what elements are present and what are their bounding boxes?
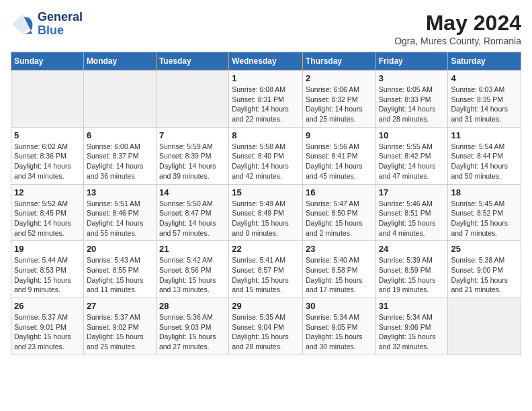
calendar-cell: 16Sunrise: 5:47 AMSunset: 8:50 PMDayligh…: [302, 184, 375, 241]
day-number: 28: [159, 301, 226, 311]
calendar-cell: 1Sunrise: 6:08 AMSunset: 8:31 PMDaylight…: [229, 71, 303, 128]
day-number: 31: [379, 301, 445, 311]
logo: General Blue: [11, 11, 83, 38]
calendar-cell: 19Sunrise: 5:44 AMSunset: 8:53 PMDayligh…: [11, 241, 84, 298]
day-info: Sunrise: 5:42 AMSunset: 8:56 PMDaylight:…: [159, 255, 226, 295]
weekday-header-monday: Monday: [83, 52, 156, 71]
day-number: 11: [451, 130, 518, 140]
day-info: Sunrise: 6:05 AMSunset: 8:33 PMDaylight:…: [379, 85, 445, 124]
day-number: 15: [232, 187, 300, 197]
calendar-cell: 14Sunrise: 5:50 AMSunset: 8:47 PMDayligh…: [156, 184, 228, 241]
calendar-cell: 24Sunrise: 5:39 AMSunset: 8:59 PMDayligh…: [375, 241, 448, 298]
day-info: Sunrise: 5:41 AMSunset: 8:57 PMDaylight:…: [232, 255, 300, 295]
day-number: 18: [451, 187, 518, 197]
weekday-header-wednesday: Wednesday: [229, 52, 303, 71]
general-blue-logo-icon: [11, 12, 35, 36]
weekday-header-tuesday: Tuesday: [156, 52, 228, 71]
calendar-cell: 26Sunrise: 5:37 AMSunset: 9:01 PMDayligh…: [11, 298, 84, 355]
day-number: 5: [14, 130, 81, 140]
calendar-cell: 4Sunrise: 6:03 AMSunset: 8:35 PMDaylight…: [448, 71, 521, 128]
day-number: 16: [306, 187, 373, 197]
calendar-cell: 23Sunrise: 5:40 AMSunset: 8:58 PMDayligh…: [302, 241, 375, 298]
calendar-cell: 11Sunrise: 5:54 AMSunset: 8:44 PMDayligh…: [448, 127, 521, 184]
calendar-cell: 31Sunrise: 5:34 AMSunset: 9:06 PMDayligh…: [375, 298, 448, 355]
weekday-header-row: SundayMondayTuesdayWednesdayThursdayFrid…: [11, 52, 521, 71]
calendar-cell: 18Sunrise: 5:45 AMSunset: 8:52 PMDayligh…: [448, 184, 521, 241]
day-info: Sunrise: 5:34 AMSunset: 9:05 PMDaylight:…: [306, 312, 373, 352]
day-number: 6: [87, 130, 153, 140]
day-info: Sunrise: 5:36 AMSunset: 9:03 PMDaylight:…: [159, 312, 226, 352]
day-number: 9: [306, 130, 373, 140]
day-number: 21: [159, 244, 226, 254]
calendar-body: 1Sunrise: 6:08 AMSunset: 8:31 PMDaylight…: [11, 71, 521, 355]
calendar-cell: 21Sunrise: 5:42 AMSunset: 8:56 PMDayligh…: [156, 241, 228, 298]
calendar-cell: 5Sunrise: 6:02 AMSunset: 8:36 PMDaylight…: [11, 127, 84, 184]
day-number: 27: [87, 301, 153, 311]
logo-text: General Blue: [38, 11, 83, 38]
day-info: Sunrise: 6:06 AMSunset: 8:32 PMDaylight:…: [306, 85, 373, 124]
calendar-cell: 3Sunrise: 6:05 AMSunset: 8:33 PMDaylight…: [375, 71, 448, 128]
day-number: 22: [232, 244, 300, 254]
calendar-cell: [448, 298, 521, 355]
day-info: Sunrise: 5:54 AMSunset: 8:44 PMDaylight:…: [451, 142, 518, 181]
day-info: Sunrise: 5:44 AMSunset: 8:53 PMDaylight:…: [14, 255, 81, 295]
day-info: Sunrise: 5:39 AMSunset: 8:59 PMDaylight:…: [379, 255, 445, 295]
day-number: 24: [379, 244, 445, 254]
day-info: Sunrise: 5:34 AMSunset: 9:06 PMDaylight:…: [379, 312, 445, 352]
day-info: Sunrise: 5:56 AMSunset: 8:41 PMDaylight:…: [306, 142, 373, 181]
calendar-cell: 17Sunrise: 5:46 AMSunset: 8:51 PMDayligh…: [375, 184, 448, 241]
day-number: 14: [159, 187, 226, 197]
day-info: Sunrise: 5:50 AMSunset: 8:47 PMDaylight:…: [159, 199, 226, 238]
calendar-cell: 6Sunrise: 6:00 AMSunset: 8:37 PMDaylight…: [83, 127, 156, 184]
day-number: 4: [451, 73, 518, 83]
day-number: 10: [379, 130, 445, 140]
day-info: Sunrise: 5:52 AMSunset: 8:45 PMDaylight:…: [14, 199, 81, 238]
day-info: Sunrise: 5:37 AMSunset: 9:02 PMDaylight:…: [87, 312, 153, 352]
day-info: Sunrise: 5:38 AMSunset: 9:00 PMDaylight:…: [451, 255, 518, 295]
calendar-cell: 22Sunrise: 5:41 AMSunset: 8:57 PMDayligh…: [229, 241, 303, 298]
day-info: Sunrise: 5:46 AMSunset: 8:51 PMDaylight:…: [379, 199, 445, 238]
day-number: 1: [232, 73, 300, 83]
calendar-cell: [83, 71, 156, 128]
calendar-week-row: 12Sunrise: 5:52 AMSunset: 8:45 PMDayligh…: [11, 184, 521, 241]
calendar-week-row: 5Sunrise: 6:02 AMSunset: 8:36 PMDaylight…: [11, 127, 521, 184]
day-number: 2: [306, 73, 373, 83]
page-header: General Blue May 2024 Ogra, Mures County…: [11, 11, 521, 46]
day-number: 12: [14, 187, 81, 197]
weekday-header-saturday: Saturday: [448, 52, 521, 71]
calendar-cell: 10Sunrise: 5:55 AMSunset: 8:42 PMDayligh…: [375, 127, 448, 184]
day-number: 23: [306, 244, 373, 254]
day-number: 19: [14, 244, 81, 254]
logo-blue: Blue: [38, 24, 83, 38]
calendar-week-row: 1Sunrise: 6:08 AMSunset: 8:31 PMDaylight…: [11, 71, 521, 128]
day-number: 3: [379, 73, 445, 83]
calendar-cell: 25Sunrise: 5:38 AMSunset: 9:00 PMDayligh…: [448, 241, 521, 298]
day-number: 25: [451, 244, 518, 254]
day-number: 26: [14, 301, 81, 311]
title-block: May 2024 Ogra, Mures County, Romania: [394, 11, 521, 46]
logo-general: General: [38, 11, 83, 24]
day-number: 13: [87, 187, 153, 197]
calendar-cell: 28Sunrise: 5:36 AMSunset: 9:03 PMDayligh…: [156, 298, 228, 355]
day-number: 29: [232, 301, 300, 311]
day-info: Sunrise: 5:47 AMSunset: 8:50 PMDaylight:…: [306, 199, 373, 238]
calendar-cell: 2Sunrise: 6:06 AMSunset: 8:32 PMDaylight…: [302, 71, 375, 128]
day-info: Sunrise: 5:45 AMSunset: 8:52 PMDaylight:…: [451, 199, 518, 238]
calendar-cell: 29Sunrise: 5:35 AMSunset: 9:04 PMDayligh…: [229, 298, 303, 355]
day-info: Sunrise: 6:03 AMSunset: 8:35 PMDaylight:…: [451, 85, 518, 124]
weekday-header-thursday: Thursday: [302, 52, 375, 71]
day-info: Sunrise: 5:51 AMSunset: 8:46 PMDaylight:…: [87, 199, 153, 238]
calendar-cell: [11, 71, 84, 128]
weekday-header-sunday: Sunday: [11, 52, 84, 71]
calendar-cell: 13Sunrise: 5:51 AMSunset: 8:46 PMDayligh…: [83, 184, 156, 241]
calendar-header: SundayMondayTuesdayWednesdayThursdayFrid…: [11, 52, 521, 71]
calendar-table: SundayMondayTuesdayWednesdayThursdayFrid…: [11, 52, 521, 355]
day-info: Sunrise: 5:40 AMSunset: 8:58 PMDaylight:…: [306, 255, 373, 295]
location: Ogra, Mures County, Romania: [394, 36, 521, 46]
day-info: Sunrise: 5:43 AMSunset: 8:55 PMDaylight:…: [87, 255, 153, 295]
calendar-cell: 15Sunrise: 5:49 AMSunset: 8:49 PMDayligh…: [229, 184, 303, 241]
weekday-header-friday: Friday: [375, 52, 448, 71]
day-number: 17: [379, 187, 445, 197]
calendar-cell: 20Sunrise: 5:43 AMSunset: 8:55 PMDayligh…: [83, 241, 156, 298]
day-info: Sunrise: 6:00 AMSunset: 8:37 PMDaylight:…: [87, 142, 153, 181]
